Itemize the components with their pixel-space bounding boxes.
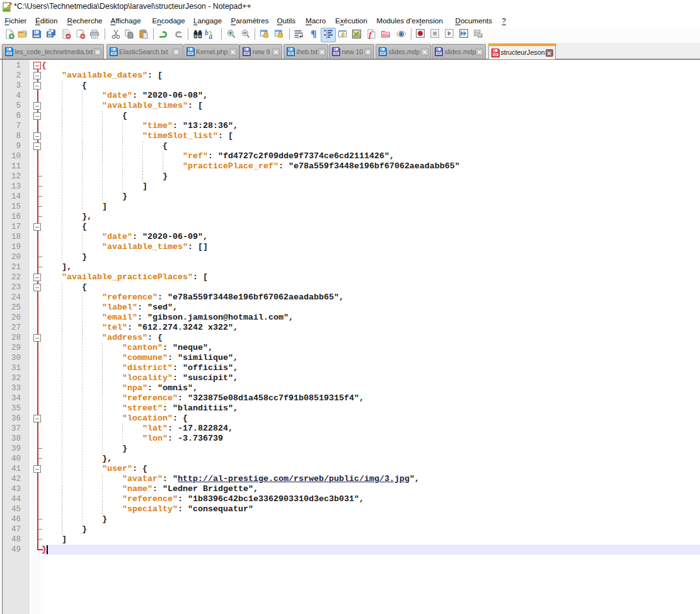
svg-text:b: b [205,29,209,37]
